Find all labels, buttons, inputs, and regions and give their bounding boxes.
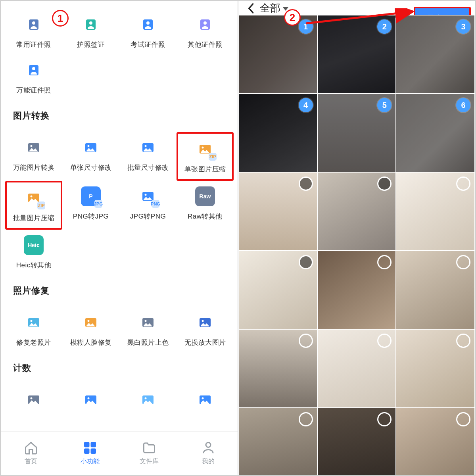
feature-护照签证[interactable]: 护照签证 xyxy=(62,9,119,55)
photo-thumb[interactable] xyxy=(396,172,475,251)
selection-ring xyxy=(456,177,470,191)
step-1-badge: 1 xyxy=(52,10,69,27)
feature-icon xyxy=(24,390,44,410)
feature-pic[interactable] xyxy=(119,384,177,421)
feature-label: 考试证件照 xyxy=(131,40,165,49)
selection-ring xyxy=(299,255,313,269)
selection-ring xyxy=(456,412,470,426)
feature-pic[interactable] xyxy=(5,384,62,421)
feature-label: 黑白照片上色 xyxy=(127,338,169,347)
feature-label: 无损放大图片 xyxy=(184,338,226,347)
photo-thumb[interactable] xyxy=(317,329,396,408)
feature-批量图片压缩[interactable]: ZIP批量图片压缩 xyxy=(5,181,62,230)
feature-label: 常用证件照 xyxy=(16,40,51,49)
selection-ring xyxy=(299,334,313,348)
feature-单张尺寸修改[interactable]: 单张尺寸修改 xyxy=(62,132,119,181)
svg-point-33 xyxy=(88,397,90,399)
selection-ring xyxy=(377,177,392,191)
feature-label: Raw转其他 xyxy=(188,212,223,221)
bottom-tabbar: 首页 小功能 文件库 我的 xyxy=(1,431,238,475)
svg-point-7 xyxy=(203,21,207,25)
photo-thumb[interactable] xyxy=(238,408,317,476)
feature-label: 万能证件照 xyxy=(16,86,51,95)
tab-home[interactable]: 首页 xyxy=(1,432,60,475)
feature-万能图片转换[interactable]: 万能图片转换 xyxy=(5,132,62,181)
feature-修复老照片[interactable]: 修复老照片 xyxy=(5,307,62,353)
photo-thumb[interactable]: 6 xyxy=(396,94,475,172)
back-button[interactable] xyxy=(244,2,257,15)
feature-无损放大图片[interactable]: 无损放大图片 xyxy=(177,307,234,353)
photo-thumb[interactable] xyxy=(396,251,475,329)
feature-Heic转其他[interactable]: HeicHeic转其他 xyxy=(5,230,62,275)
photo-thumb[interactable]: 4 xyxy=(238,94,317,172)
svg-point-42 xyxy=(206,443,211,447)
tab-files[interactable]: 文件库 xyxy=(119,432,178,475)
feature-批量尺寸修改[interactable]: 批量尺寸修改 xyxy=(119,132,177,181)
feature-icon xyxy=(24,60,44,80)
feature-icon xyxy=(24,15,44,35)
feature-icon: Heic xyxy=(24,235,44,255)
feature-其他证件照[interactable]: 其他证件照 xyxy=(177,9,234,55)
feature-label: 批量尺寸修改 xyxy=(127,163,169,172)
feature-icon xyxy=(195,313,215,332)
photo-thumb[interactable]: 1 xyxy=(238,15,317,94)
photo-thumb[interactable]: 3 xyxy=(396,15,475,94)
feature-pic[interactable] xyxy=(62,384,119,421)
feature-黑白照片上色[interactable]: 黑白照片上色 xyxy=(119,307,177,353)
feature-JPG转PNG[interactable]: PNGJPG转PNG xyxy=(119,181,177,230)
picker-header: 全部 导入6/9 xyxy=(238,1,475,15)
selection-number: 5 xyxy=(377,98,392,112)
photo-thumb[interactable] xyxy=(238,251,317,329)
feature-pic[interactable] xyxy=(177,384,234,421)
tab-label: 小功能 xyxy=(81,457,100,466)
svg-point-35 xyxy=(145,397,147,399)
svg-rect-39 xyxy=(90,442,96,447)
feature-icon xyxy=(195,390,215,410)
feature-label: 模糊人脸修复 xyxy=(70,338,112,347)
feature-模糊人脸修复[interactable]: 模糊人脸修复 xyxy=(62,307,119,353)
feature-icon xyxy=(81,15,101,35)
tab-tools[interactable]: 小功能 xyxy=(60,432,119,475)
photo-thumb[interactable] xyxy=(396,329,475,408)
repair-grid: 修复老照片模糊人脸修复黑白照片上色无损放大图片 xyxy=(1,299,238,353)
feature-单张图片压缩[interactable]: ZIP单张图片压缩 xyxy=(177,132,234,181)
photo-grid: 123456 xyxy=(238,15,475,476)
feature-icon: PNG xyxy=(138,186,158,206)
selection-number: 4 xyxy=(299,98,313,112)
feature-label: 其他证件照 xyxy=(188,40,223,49)
photo-thumb[interactable]: 2 xyxy=(317,15,396,94)
album-dropdown[interactable]: 全部 xyxy=(260,1,288,15)
tab-label: 文件库 xyxy=(140,457,159,466)
chevron-left-icon xyxy=(246,3,255,14)
tab-label: 首页 xyxy=(25,457,37,466)
photo-thumb[interactable] xyxy=(238,172,317,251)
photo-thumb[interactable] xyxy=(317,408,396,476)
selection-number: 2 xyxy=(377,19,392,34)
sub-badge: ZIP xyxy=(37,202,45,209)
svg-point-25 xyxy=(88,320,90,322)
feature-考试证件照[interactable]: 考试证件照 xyxy=(119,9,177,55)
step-2-badge: 2 xyxy=(284,9,301,26)
home-icon xyxy=(24,441,38,455)
photo-thumb[interactable] xyxy=(317,251,396,329)
feature-icon xyxy=(81,390,101,410)
selection-ring xyxy=(377,412,392,426)
svg-point-9 xyxy=(32,67,35,70)
feature-label: 修复老照片 xyxy=(16,338,51,347)
selection-ring xyxy=(377,334,392,348)
feature-PNG转JPG[interactable]: PJPGPNG转JPG xyxy=(62,181,119,230)
svg-point-13 xyxy=(88,145,90,147)
svg-rect-38 xyxy=(84,442,90,447)
feature-Raw转其他[interactable]: RawRaw转其他 xyxy=(177,181,234,230)
photo-thumb[interactable] xyxy=(317,172,396,251)
selection-number: 3 xyxy=(456,19,470,34)
photo-thumb[interactable]: 5 xyxy=(317,94,396,172)
sub-badge: JPG xyxy=(94,200,102,208)
photo-thumb[interactable] xyxy=(396,408,475,476)
tab-profile[interactable]: 我的 xyxy=(178,432,238,475)
feature-万能证件照[interactable]: 万能证件照 xyxy=(5,55,62,100)
svg-point-15 xyxy=(145,145,147,147)
grid-icon xyxy=(83,441,97,455)
photo-thumb[interactable] xyxy=(238,329,317,408)
feature-icon xyxy=(138,390,158,410)
